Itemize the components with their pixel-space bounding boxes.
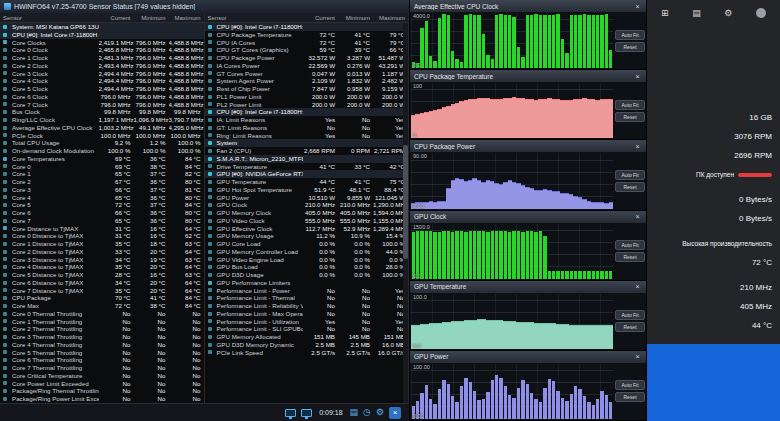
sensor-row[interactable]: CPU GT Cores (Graphics)59 °C39 °C66 °C	[205, 46, 409, 54]
sensor-row[interactable]: Performance Limit - Max Operating Voltag…	[205, 310, 409, 318]
sensor-row[interactable]: Core 0 Thermal ThrottlingNoNoNo	[0, 310, 204, 318]
sensor-row[interactable]: GT Cores Power0.047 W0.013 W1.187 W	[205, 70, 409, 78]
sensor-section-row[interactable]: CPU [#0]: Intel Core i7-11800H: Performa…	[205, 108, 409, 116]
sensor-row[interactable]: Package/Ring Power Limit ExceededNoNoNo	[0, 395, 204, 403]
sensor-row[interactable]: CPU IA Cores72 °C41 °C79 °C	[205, 39, 409, 47]
sensor-row[interactable]: Core 3 Distance to TjMAX34 °C19 °C63 °C	[0, 256, 204, 264]
sensor-row[interactable]: Core Power Limit ExceededNoNoNo	[0, 380, 204, 388]
reset-button[interactable]: Reset	[615, 252, 645, 262]
sensor-row[interactable]: CPU Package Power32.572 W3.287 W51.487 W	[205, 54, 409, 62]
sensor-row[interactable]: Core 666 °C36 °C80 °C	[0, 209, 204, 217]
sensor-row[interactable]: GPU Core Load0.0 %0.0 %100.0 %	[205, 240, 409, 248]
sensor-row[interactable]: Core 4 Clock2,494.4 MHz796.0 MHz4,488.8 …	[0, 77, 204, 85]
sensor-row[interactable]: Core Max72 °C38 °C84 °C	[0, 302, 204, 310]
sensor-row[interactable]: Core 4 Distance to TjMAX35 °C20 °C64 °C	[0, 263, 204, 271]
sensor-row[interactable]: PCIe Clock100.0 MHz100.0 MHz100.0 MHz	[0, 132, 204, 140]
sensor-section-row[interactable]: System: MSI Katana GP66 13UG	[0, 23, 204, 31]
sensor-row[interactable]: Core 5 Clock2,494.4 MHz796.0 MHz4,488.8 …	[0, 85, 204, 93]
sensor-row[interactable]: Total CPU Usage9.2 %1.2 %100.0 %	[0, 139, 204, 147]
sensor-row[interactable]: Core 0 Clock2,465.8 MHz796.0 MHz4,488.8 …	[0, 46, 204, 54]
graph-titlebar[interactable]: Average Effective CPU Clock×	[410, 0, 646, 12]
close-icon[interactable]: ×	[633, 143, 642, 150]
sensor-row[interactable]: GT: Limit ReasonsNoNoYes	[205, 124, 409, 132]
sensor-row[interactable]: Core 069 °C38 °C84 °C	[0, 163, 204, 171]
sensor-row[interactable]: Core 6 Clock796.0 MHz796.0 MHz4,488.8 MH…	[0, 93, 204, 101]
col-maximum[interactable]: Maximum	[373, 15, 408, 21]
auto-fit-button[interactable]: Auto Fit	[615, 310, 645, 320]
sensor-row[interactable]: Ring: Limit ReasonsYesNoYes	[205, 132, 409, 140]
sensor-row[interactable]: Core 2 Thermal ThrottlingNoNoNo	[0, 325, 204, 333]
sensor-row[interactable]: GPU Hot Spot Temperature51.9 °C48.1 °C88…	[205, 186, 409, 194]
reset-button[interactable]: Reset	[615, 392, 645, 402]
graph-titlebar[interactable]: CPU Package Temperature×	[410, 70, 646, 82]
sensor-section-row[interactable]: System	[205, 139, 409, 147]
close-icon[interactable]: ×	[389, 407, 401, 419]
report-icon[interactable]: ▤	[350, 408, 359, 417]
sensor-row[interactable]: CPU Package70 °C41 °C84 °C	[0, 294, 204, 302]
sensor-row[interactable]: GPU D3D Memory Dynamic2.5 MB2.5 MB16.0 M…	[205, 341, 409, 349]
sensor-row[interactable]: Performance Limit - ThermalNoNoNo	[205, 294, 409, 302]
sensor-row[interactable]: GPU Video Clock555.0 MHz555.0 MHz1,155.0…	[205, 217, 409, 225]
reset-button[interactable]: Reset	[615, 322, 645, 332]
graph-titlebar[interactable]: GPU Temperature×	[410, 281, 646, 293]
widgets-grid-icon[interactable]: ⊞	[661, 8, 669, 18]
sensor-row[interactable]: GPU Power10.510 W9.855 W121.045 W	[205, 194, 409, 202]
close-icon[interactable]: ×	[633, 353, 642, 360]
sensor-row[interactable]: Core Temperatures69 °C36 °C84 °C	[0, 155, 204, 163]
sensor-row[interactable]: IA: Limit ReasonsYesNoYes	[205, 116, 409, 124]
sensor-row[interactable]: GPU Memory Clock405.0 MHz405.0 MHz1,594.…	[205, 209, 409, 217]
sensor-row[interactable]: Core 2 Distance to TjMAX33 °C20 °C64 °C	[0, 248, 204, 256]
sensor-row[interactable]: GPU D3D Usage0.0 %0.0 %100.0 %	[205, 271, 409, 279]
sensor-row[interactable]: Core 1 Distance to TjMAX35 °C18 °C63 °C	[0, 240, 204, 248]
sensor-row[interactable]: Core 3 Thermal ThrottlingNoNoNo	[0, 333, 204, 341]
sensor-row[interactable]: Core 6 Distance to TjMAX34 °C20 °C64 °C	[0, 279, 204, 287]
settings-gear-icon[interactable]: ⚙	[724, 8, 732, 18]
sensor-row[interactable]: GPU Video Engine Load0.0 %0.0 %0.0 %	[205, 256, 409, 264]
sensor-row[interactable]: Ring/LLC Clock1,197.1 MHz1,096.9 MHz3,79…	[0, 116, 204, 124]
settings-gear-icon[interactable]: ⚙	[376, 408, 384, 417]
graph-titlebar[interactable]: GPU Power×	[410, 351, 646, 363]
sensor-row[interactable]: GPU Effective Clock112.7 MHz52.9 MHz1,28…	[205, 225, 409, 233]
sensor-row[interactable]: Core 2 Clock2,493.4 MHz796.0 MHz4,488.8 …	[0, 62, 204, 70]
stats-icon[interactable]: ▤	[692, 8, 701, 18]
remote-monitor-icon[interactable]	[285, 409, 296, 417]
clock-icon[interactable]: ◷	[363, 408, 371, 417]
sensor-section-row[interactable]: GPU [#0]: NVIDIA GeForce RTX 3070 Laptop…	[205, 170, 409, 178]
sensor-section-row[interactable]: CPU [#0]: Intel Core i7-11800H: Enhanced	[205, 23, 409, 31]
graph-titlebar[interactable]: CPU Package Power×	[410, 140, 646, 152]
col-maximum[interactable]: Maximum	[169, 15, 204, 21]
sensor-row[interactable]: Core 765 °C36 °C80 °C	[0, 217, 204, 225]
sensor-row[interactable]: Fan 2 (CPU)2,668 RPM0 RPM2,721 RPM	[205, 147, 409, 155]
sensor-row[interactable]: GPU Temperature44 °C41 °C75 °C	[205, 178, 409, 186]
sensor-row[interactable]: On-demand Clock Modulation100.0 %100.0 %…	[0, 147, 204, 155]
sensor-row[interactable]: GPU Bus Load0.0 %0.0 %28.0 %	[205, 263, 409, 271]
col-minimum[interactable]: Minimum	[338, 15, 373, 21]
sensor-row[interactable]: GPU Performance Limiters	[205, 279, 409, 287]
sensor-row[interactable]: Core 6 Thermal ThrottlingNoNoNo	[0, 356, 204, 364]
col-current[interactable]: Current	[99, 15, 134, 21]
sensor-row[interactable]: Core 465 °C36 °C80 °C	[0, 194, 204, 202]
close-icon[interactable]: ×	[633, 73, 642, 80]
sensor-row[interactable]: Performance Limit - UtilizationYesNoYes	[205, 318, 409, 326]
sensor-row[interactable]: Core 1 Thermal ThrottlingNoNoNo	[0, 318, 204, 326]
sensor-row[interactable]: PL1 Power Limit200.0 W200.0 W200.0 W	[205, 93, 409, 101]
close-icon[interactable]: ×	[633, 213, 642, 220]
sensor-row[interactable]: Core 3 Clock2,494.4 MHz796.0 MHz4,488.8 …	[0, 70, 204, 78]
sensor-row[interactable]: Core 165 °C37 °C82 °C	[0, 170, 204, 178]
sensor-row[interactable]: Bus Clock99.8 MHz99.8 MHz99.8 MHz	[0, 108, 204, 116]
sensor-row[interactable]: Core 1 Clock2,481.3 MHz796.0 MHz4,488.8 …	[0, 54, 204, 62]
auto-fit-button[interactable]: Auto Fit	[615, 30, 645, 40]
sensor-row[interactable]: Core 572 °C37 °C84 °C	[0, 201, 204, 209]
col-sensor[interactable]: Sensor	[0, 15, 99, 21]
sensor-row[interactable]: Core Critical TemperatureNoNoNo	[0, 372, 204, 380]
sensor-row[interactable]: Core 366 °C37 °C81 °C	[0, 186, 204, 194]
sensor-row[interactable]: Performance Limit - SLI GPUBoost SyncNoN…	[205, 325, 409, 333]
auto-fit-button[interactable]: Auto Fit	[615, 170, 645, 180]
col-sensor[interactable]: Sensor	[205, 15, 304, 21]
sensor-row[interactable]: Core 7 Distance to TjMAX35 °C20 °C64 °C	[0, 287, 204, 295]
sensor-row[interactable]: CPU Package Temperature72 °C41 °C79 °C	[205, 31, 409, 39]
auto-fit-button[interactable]: Auto Fit	[615, 240, 645, 250]
scrollbar-track[interactable]	[403, 23, 408, 403]
sensor-row[interactable]: Core Clocks2,419.1 MHz796.0 MHz4,488.8 M…	[0, 39, 204, 47]
auto-fit-button[interactable]: Auto Fit	[615, 100, 645, 110]
